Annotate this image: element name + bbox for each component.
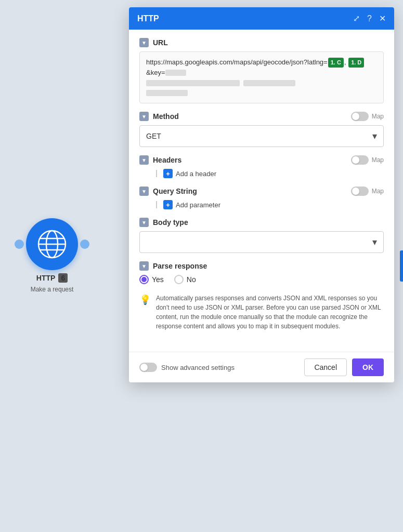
- modal-header-actions: ⤢ ? ✕: [353, 14, 386, 23]
- http-node-label: HTTP 6: [36, 273, 68, 283]
- parse-response-chevron-icon[interactable]: ▼: [139, 261, 149, 271]
- query-string-section-header: ▼ Query String Map: [139, 187, 384, 196]
- url-section-title: URL: [153, 38, 168, 47]
- radio-no-label: No: [187, 275, 196, 284]
- url-redacted-3: [243, 80, 295, 86]
- ok-button[interactable]: OK: [352, 358, 384, 376]
- parse-response-radio-group: Yes No: [139, 275, 384, 284]
- parse-response-section-header: ▼ Parse response: [139, 261, 384, 271]
- radio-yes-outer: [139, 275, 149, 284]
- http-node-icon: [26, 218, 78, 270]
- url-redacted-4: [146, 90, 188, 96]
- close-icon[interactable]: ✕: [379, 14, 386, 23]
- query-string-section-title: Query String: [153, 187, 197, 195]
- method-title-row: ▼ Method: [139, 112, 179, 121]
- headers-section-right: Map: [351, 155, 384, 165]
- footer-buttons: Cancel OK: [304, 358, 384, 376]
- http-node[interactable]: HTTP 6 Make a request: [26, 218, 78, 293]
- url-redacted-1: [165, 70, 186, 76]
- modal-title: HTTP: [137, 14, 159, 23]
- url-section-header: ▼ URL: [139, 38, 384, 47]
- add-parameter-plus-icon[interactable]: +: [163, 200, 173, 209]
- query-string-title-row: ▼ Query String: [139, 187, 197, 196]
- bulb-icon: 💡: [139, 294, 151, 305]
- advanced-settings-label: Show advanced settings: [161, 364, 235, 371]
- url-section: ▼ URL https://maps.googleapis.com/maps/a…: [139, 38, 384, 103]
- headers-map-label: Map: [372, 156, 384, 164]
- method-chevron-icon[interactable]: ▼: [139, 112, 149, 121]
- add-header-row[interactable]: + Add a header: [139, 169, 384, 178]
- radio-yes[interactable]: Yes: [139, 275, 164, 284]
- cancel-button[interactable]: Cancel: [304, 358, 347, 376]
- headers-section: ▼ Headers Map + Add a header: [139, 155, 384, 178]
- query-string-chevron-icon[interactable]: ▼: [139, 187, 149, 196]
- query-string-map-toggle[interactable]: [351, 187, 369, 196]
- url-text-suffix: &key=: [146, 69, 165, 76]
- method-section-right: Map: [351, 112, 384, 121]
- body-type-section-title: Body type: [153, 218, 188, 227]
- method-select[interactable]: GET ▾: [139, 125, 384, 147]
- parse-response-title-row: ▼ Parse response: [139, 261, 207, 271]
- url-input-box[interactable]: https://maps.googleapis.com/maps/api/geo…: [139, 51, 384, 103]
- parse-response-section-title: Parse response: [153, 262, 207, 270]
- radio-yes-label: Yes: [152, 275, 164, 284]
- headers-chevron-icon[interactable]: ▼: [139, 155, 149, 165]
- url-tag-2: 1. D: [348, 58, 364, 68]
- headers-section-title: Headers: [153, 156, 181, 164]
- url-text-prefix: https://maps.googleapis.com/maps/api/geo…: [146, 58, 328, 66]
- body-type-title-row: ▼ Body type: [139, 218, 188, 227]
- radio-no-outer: [174, 275, 184, 284]
- radio-yes-inner: [141, 277, 147, 282]
- method-value: GET: [146, 132, 161, 140]
- method-section-header: ▼ Method Map: [139, 112, 384, 121]
- query-string-map-label: Map: [372, 188, 384, 195]
- query-string-section: ▼ Query String Map + Add parameter: [139, 187, 384, 209]
- body-type-section: ▼ Body type ▾: [139, 218, 384, 253]
- modal-header: HTTP ⤢ ? ✕: [129, 7, 394, 30]
- method-map-label: Map: [372, 113, 384, 120]
- body-type-chevron-icon[interactable]: ▼: [139, 218, 149, 227]
- headers-section-header: ▼ Headers Map: [139, 155, 384, 165]
- right-accent-bar: [400, 250, 403, 282]
- url-separator: ,: [344, 58, 348, 66]
- query-string-section-right: Map: [351, 187, 384, 196]
- http-node-sublabel: Make a request: [31, 286, 74, 293]
- headers-map-toggle[interactable]: [351, 155, 369, 165]
- radio-no[interactable]: No: [174, 275, 196, 284]
- footer-left: Show advanced settings: [139, 363, 235, 372]
- modal-footer: Show advanced settings Cancel OK: [129, 352, 394, 382]
- help-icon[interactable]: ?: [367, 14, 372, 23]
- indent-line-headers: [156, 170, 157, 177]
- url-chevron-icon[interactable]: ▼: [139, 38, 149, 47]
- advanced-settings-toggle[interactable]: [139, 363, 157, 372]
- add-header-plus-icon[interactable]: +: [163, 169, 173, 178]
- parse-response-info-box: 💡 Automatically parses responses and con…: [139, 289, 384, 335]
- url-redacted-2: [146, 80, 240, 86]
- method-section: ▼ Method Map GET ▾: [139, 112, 384, 147]
- parse-response-info-text: Automatically parses responses and conve…: [156, 294, 384, 331]
- headers-title-row: ▼ Headers: [139, 155, 181, 165]
- add-parameter-row[interactable]: + Add parameter: [139, 200, 384, 209]
- body-type-dropdown-arrow: ▾: [372, 236, 377, 248]
- method-section-title: Method: [153, 112, 179, 121]
- expand-icon[interactable]: ⤢: [353, 14, 360, 23]
- url-tag-1: 1. C: [328, 58, 344, 68]
- http-modal: HTTP ⤢ ? ✕ ▼ URL https://maps.googleapis…: [129, 7, 394, 382]
- modal-body: ▼ URL https://maps.googleapis.com/maps/a…: [129, 30, 394, 352]
- method-map-toggle[interactable]: [351, 112, 369, 121]
- indent-line-query: [156, 201, 157, 208]
- method-dropdown-arrow: ▾: [372, 130, 377, 142]
- parse-response-section: ▼ Parse response Yes No 💡 Automati: [139, 261, 384, 335]
- add-parameter-label[interactable]: Add parameter: [176, 201, 220, 209]
- body-type-select[interactable]: ▾: [139, 231, 384, 253]
- http-badge: 6: [58, 273, 68, 283]
- add-header-label[interactable]: Add a header: [176, 170, 216, 178]
- body-type-section-header: ▼ Body type: [139, 218, 384, 227]
- globe-icon: [36, 229, 68, 260]
- url-title-row: ▼ URL: [139, 38, 168, 47]
